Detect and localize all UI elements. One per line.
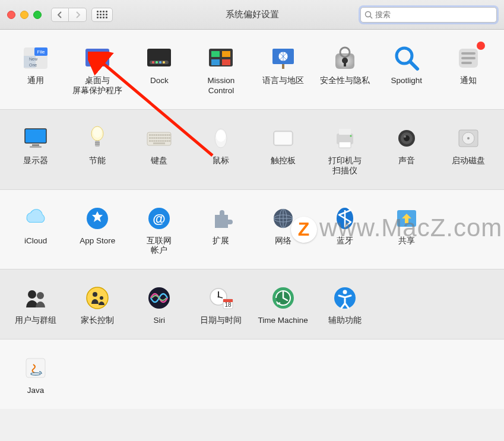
pref-label: 用户与群组 — [15, 316, 56, 326]
pref-bluetooth[interactable]: 蓝牙 — [314, 202, 376, 259]
svg-point-15 — [156, 61, 158, 64]
pref-network[interactable]: 网络 — [252, 202, 314, 259]
pref-internet-accounts[interactable]: @互联网 帐户 — [128, 202, 190, 259]
pref-mission-control[interactable]: Mission Control — [190, 42, 252, 99]
security-icon — [331, 44, 359, 72]
svg-point-0 — [366, 11, 371, 17]
time-machine-icon — [269, 284, 297, 312]
svg-rect-63 — [164, 137, 166, 139]
chevron-right-icon — [75, 11, 81, 18]
pref-date-time[interactable]: 18日期与时间 — [190, 281, 252, 328]
svg-text:@: @ — [153, 211, 166, 226]
svg-rect-55 — [169, 134, 171, 136]
svg-rect-60 — [158, 137, 160, 139]
pref-siri[interactable]: Siri — [128, 281, 190, 328]
svg-rect-52 — [163, 134, 164, 136]
mission-control-icon — [207, 44, 235, 72]
pref-trackpad[interactable]: 触控板 — [252, 122, 314, 179]
pref-users-groups[interactable]: 用户与群组 — [5, 281, 66, 328]
startup-disk-icon — [454, 124, 483, 153]
accessibility-icon — [331, 284, 359, 312]
svg-rect-71 — [160, 140, 162, 142]
pref-time-machine[interactable]: Time Machine — [252, 281, 314, 328]
svg-rect-11 — [91, 55, 101, 61]
svg-rect-39 — [30, 146, 42, 148]
grid-icon — [97, 11, 107, 18]
pref-mouse[interactable]: 鼠标 — [190, 122, 252, 179]
svg-rect-69 — [156, 140, 157, 142]
extensions-icon — [207, 204, 235, 233]
pref-general[interactable]: FileNewOne通用 — [5, 42, 66, 99]
java-icon — [21, 354, 50, 382]
svg-rect-73 — [164, 140, 166, 142]
svg-rect-68 — [154, 140, 156, 142]
svg-rect-59 — [156, 137, 157, 139]
window-title: 系统偏好设置 — [226, 9, 279, 20]
svg-rect-117 — [26, 358, 45, 377]
pref-spotlight[interactable]: Spotlight — [376, 42, 438, 99]
svg-point-78 — [216, 130, 226, 142]
pref-desktop[interactable]: 桌面与 屏幕保护程序 — [66, 42, 128, 99]
pref-accessibility[interactable]: 辅助功能 — [314, 281, 376, 328]
svg-rect-65 — [169, 137, 171, 139]
pref-language[interactable]: 语言与地区 — [252, 42, 314, 99]
svg-rect-51 — [160, 134, 162, 136]
network-icon — [269, 204, 297, 233]
svg-rect-50 — [158, 134, 160, 136]
svg-rect-19 — [211, 51, 220, 57]
notifications-icon — [454, 44, 483, 72]
svg-rect-80 — [275, 132, 291, 144]
date-time-icon: 18 — [207, 284, 235, 312]
pref-label: 鼠标 — [213, 156, 229, 166]
preferences-row: 显示器节能键盘鼠标触控板打印机与 扫描仪声音启动磁盘 — [0, 109, 504, 190]
svg-rect-21 — [211, 59, 220, 65]
pref-parental-controls[interactable]: 家长控制 — [66, 281, 128, 328]
close-button[interactable] — [7, 11, 15, 19]
maximize-button[interactable] — [33, 11, 42, 19]
pref-notifications[interactable]: 通知 — [438, 42, 499, 99]
search-input[interactable] — [375, 10, 493, 19]
pref-security[interactable]: 安全性与隐私 — [314, 42, 376, 99]
pref-sound[interactable]: 声音 — [376, 122, 438, 179]
svg-point-102 — [87, 287, 108, 309]
pref-keyboard[interactable]: 键盘 — [128, 122, 190, 179]
pref-sharing[interactable]: 共享 — [376, 202, 438, 259]
show-all-button[interactable] — [91, 8, 113, 22]
app-store-icon — [83, 204, 112, 233]
svg-rect-49 — [156, 134, 157, 136]
pref-icloud[interactable]: iCloud — [5, 202, 66, 259]
pref-app-store[interactable]: App Store — [66, 202, 128, 259]
pref-extensions[interactable]: 扩展 — [190, 202, 252, 259]
sound-icon — [392, 124, 421, 153]
search-box[interactable] — [360, 7, 497, 23]
svg-point-91 — [467, 137, 470, 139]
pref-label: 家长控制 — [81, 316, 114, 326]
pref-label: 节能 — [89, 156, 106, 166]
pref-startup-disk[interactable]: 启动磁盘 — [438, 122, 499, 179]
pref-energy[interactable]: 节能 — [66, 122, 128, 179]
back-button[interactable] — [51, 8, 69, 22]
users-groups-icon — [21, 284, 50, 312]
forward-button[interactable] — [69, 8, 87, 22]
pref-label: 声音 — [398, 156, 415, 166]
svg-rect-25 — [282, 64, 284, 69]
pref-displays[interactable]: 显示器 — [5, 122, 66, 179]
siri-icon — [145, 284, 173, 312]
search-icon — [364, 11, 373, 19]
pref-label: 通知 — [460, 76, 477, 86]
svg-point-88 — [404, 135, 406, 138]
pref-printers[interactable]: 打印机与 扫描仪 — [314, 122, 376, 179]
pref-java[interactable]: Java — [5, 351, 66, 398]
pref-dock[interactable]: Dock — [128, 42, 190, 99]
pref-label: 语言与地区 — [262, 76, 304, 86]
desktop-icon — [83, 44, 112, 72]
svg-point-101 — [37, 292, 44, 299]
minimize-button[interactable] — [20, 11, 28, 19]
svg-point-103 — [93, 292, 97, 297]
svg-text:New: New — [29, 57, 38, 61]
preferences-row: iCloudApp Store@互联网 帐户扩展网络蓝牙共享 — [0, 190, 504, 269]
preferences-grid: FileNewOne通用桌面与 屏幕保护程序DockMission Contro… — [0, 30, 504, 409]
svg-line-31 — [410, 62, 417, 69]
svg-point-109 — [218, 296, 220, 298]
svg-point-84 — [350, 135, 351, 137]
